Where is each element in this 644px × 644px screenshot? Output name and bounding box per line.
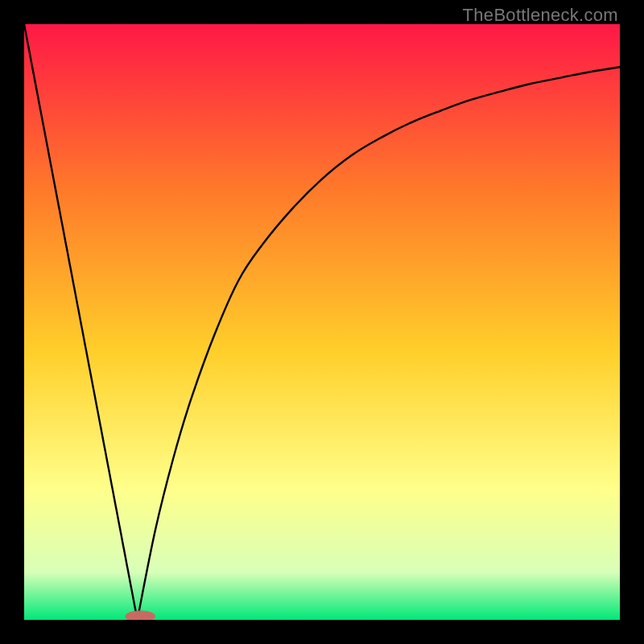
bottleneck-chart	[24, 24, 620, 620]
minimum-marker	[126, 611, 155, 620]
watermark-text: TheBottleneck.com	[463, 5, 618, 26]
gradient-background	[24, 24, 620, 620]
chart-frame	[24, 24, 620, 620]
